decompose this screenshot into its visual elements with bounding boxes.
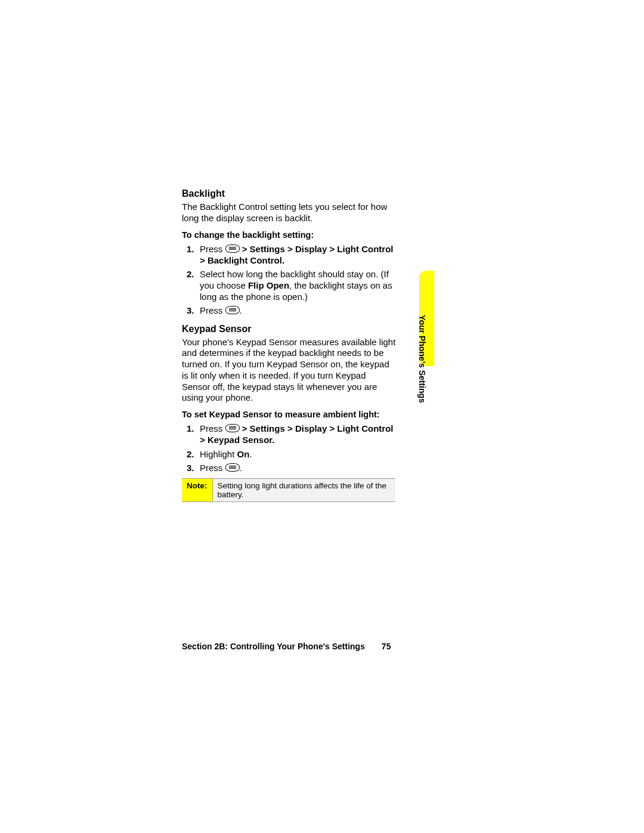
- side-tab: Your Phone's Settings: [419, 271, 434, 366]
- step-text: Press: [200, 305, 225, 315]
- paragraph-backlight-intro: The Backlight Control setting lets you s…: [182, 202, 397, 224]
- menu-key-icon: [225, 306, 240, 314]
- note-text: Setting long light durations affects the…: [213, 479, 396, 501]
- page-content: Backlight The Backlight Control setting …: [182, 188, 397, 502]
- step-item: Select how long the backlight should sta…: [182, 268, 397, 303]
- step-text: Press: [200, 423, 225, 433]
- steps-backlight: Press > Settings > Display > Light Contr…: [182, 243, 397, 317]
- step-item: Press > Settings > Display > Light Contr…: [182, 423, 397, 445]
- steps-keypad: Press > Settings > Display > Light Contr…: [182, 423, 397, 473]
- footer-section: Section 2B: Controlling Your Phone's Set…: [182, 642, 365, 651]
- heading-keypad: Keypad Sensor: [182, 324, 397, 335]
- step-text: Press: [200, 244, 225, 254]
- menu-key-icon: [225, 463, 240, 472]
- step-text: Press: [200, 463, 225, 473]
- footer-page-number: 75: [382, 642, 391, 651]
- step-item: Press > Settings > Display > Light Contr…: [182, 243, 397, 266]
- side-tab-label: Your Phone's Settings: [417, 311, 427, 407]
- step-bold: On: [237, 449, 250, 459]
- step-item: Press .: [182, 462, 397, 473]
- step-bold: Flip Open: [248, 280, 289, 290]
- lead-backlight: To change the backlight setting:: [182, 230, 397, 240]
- paragraph-keypad-intro: Your phone's Keypad Sensor measures avai…: [182, 337, 397, 404]
- heading-backlight: Backlight: [182, 188, 397, 199]
- menu-key-icon: [225, 424, 240, 432]
- step-text: .: [249, 449, 252, 459]
- step-text: .: [240, 305, 242, 315]
- menu-key-icon: [225, 244, 240, 253]
- step-text: Highlight: [200, 449, 237, 459]
- step-item: Highlight On.: [182, 448, 397, 460]
- step-item: Press .: [182, 305, 397, 316]
- note-label: Note:: [182, 479, 213, 501]
- note-box: Note: Setting long light durations affec…: [182, 478, 395, 502]
- lead-keypad: To set Keypad Sensor to measure ambient …: [182, 410, 397, 419]
- step-text: .: [240, 463, 242, 473]
- page-footer: Section 2B: Controlling Your Phone's Set…: [182, 642, 450, 651]
